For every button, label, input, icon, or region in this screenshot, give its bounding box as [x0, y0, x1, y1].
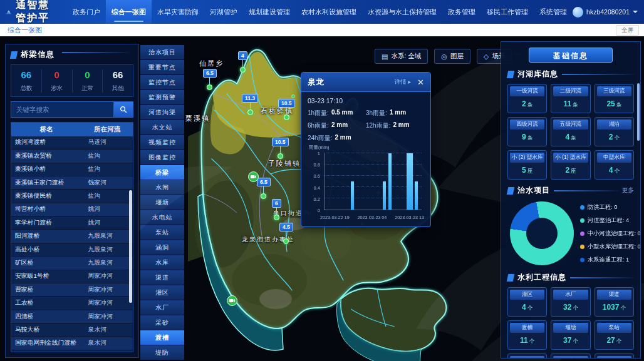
layer-menu-item[interactable]: 重要节点: [140, 60, 184, 74]
layer-menu-item[interactable]: 河道沟渠: [140, 105, 184, 119]
rain-chart-ylabel: 雨量(mm): [309, 145, 330, 151]
layer-menu-item[interactable]: 采砂: [140, 315, 184, 330]
station-marker[interactable]: 10.5: [278, 99, 295, 120]
layer-menu-item[interactable]: 水库: [140, 255, 184, 270]
stat-card: 湖泊 2个: [595, 117, 634, 146]
search-input[interactable]: [11, 101, 113, 118]
stat-card-number: 9: [522, 133, 526, 141]
stat-card-value: 27个: [597, 333, 631, 347]
section-header-line: [570, 277, 634, 278]
station-marker[interactable]: 6.5: [257, 178, 271, 199]
town-label: 仙居乡: [199, 59, 224, 68]
panel-scrollbar[interactable]: [637, 83, 640, 141]
table-row[interactable]: 栗溪镇小桥 盐沟: [11, 163, 133, 176]
search-button[interactable]: [113, 101, 133, 118]
layer-menu-item-label: 治水项目: [148, 48, 176, 57]
map-stage: 仙居乡 栗溪镇 石桥驿镇 子陵铺镇 泉口街道办 龙泉街道办事处 4 6.5 11…: [0, 36, 644, 361]
stat-card-unit: 条: [616, 101, 622, 108]
table-row[interactable]: 象河水库桥 泉水河: [11, 350, 133, 352]
nav-item[interactable]: 移民工作管理: [481, 0, 534, 24]
nav-item[interactable]: 河湖管护: [204, 0, 243, 24]
layer-menu-item[interactable]: 堰塘: [140, 195, 184, 210]
station-marker[interactable]: 4: [238, 51, 247, 73]
nav-item[interactable]: 规划建设管理: [243, 0, 296, 24]
table-row[interactable]: 栗溪镇便民桥 盐沟: [11, 190, 133, 203]
table-row[interactable]: 栗溪镇农贸桥 盐沟: [11, 150, 133, 163]
station-marker[interactable]: 6.5: [203, 69, 217, 90]
stat-label: 其他: [112, 84, 124, 91]
layer-menu-item[interactable]: 泵站: [140, 225, 184, 240]
stat-card-unit: 个: [614, 135, 620, 141]
table-row[interactable]: 姚河湾渡桥 马道河: [11, 136, 133, 150]
stat-card-unit: 个: [620, 305, 626, 311]
table-row[interactable]: 安家畈1号桥 周家冲河: [11, 270, 133, 283]
close-icon[interactable]: ✕: [417, 78, 424, 86]
layer-menu-item[interactable]: 水厂: [140, 300, 184, 315]
layers-label: 图层: [450, 52, 464, 61]
nav-item[interactable]: 政务门户: [67, 0, 106, 24]
station-marker[interactable]: 6: [272, 199, 281, 220]
layer-menu-item[interactable]: 治水项目: [140, 45, 184, 59]
layer-menu-item[interactable]: 渠道: [140, 270, 184, 285]
stat-card-value: 4个: [510, 300, 544, 314]
table-row[interactable]: 马鞍大桥 泉水河: [11, 323, 133, 337]
table-row[interactable]: 矿区桥 九股泉河: [11, 257, 133, 270]
layer-menu-item[interactable]: 渡槽: [140, 330, 184, 345]
basic-info-badge[interactable]: 基础信息: [529, 48, 613, 63]
bridge-name-cell: 工农桥: [11, 299, 82, 307]
layer-menu-item[interactable]: 水电站: [140, 210, 184, 225]
table-row[interactable]: 阳河渡桥 九股泉河: [11, 230, 133, 243]
station-marker[interactable]: 4.5: [279, 223, 293, 244]
layer-menu-item[interactable]: 视频监控: [140, 135, 184, 150]
table-scrollbar[interactable]: [129, 190, 132, 303]
stat-card-unit: 个: [529, 338, 535, 344]
table-row[interactable]: 栗溪镇王家门渡桥 钱家河: [11, 176, 133, 190]
camera-marker[interactable]: [227, 295, 237, 306]
nav-item[interactable]: 系统管理: [534, 0, 573, 24]
legend-dot-icon: [580, 218, 584, 223]
nav-item[interactable]: 综合一张图: [106, 0, 152, 24]
breadcrumb[interactable]: 综合一张图: [8, 26, 42, 35]
nav-item[interactable]: 农村水利设施管理: [296, 0, 362, 24]
more-link[interactable]: 更多: [622, 186, 634, 195]
user-menu[interactable]: hkzb42080201: [573, 7, 638, 18]
table-row[interactable]: 高处小桥 九股泉河: [11, 243, 133, 257]
breadcrumb-bar: 综合一张图 全屏: [0, 24, 644, 36]
water-system-scope-button[interactable]: ▤水系: 全域: [375, 49, 428, 64]
layer-menu-item[interactable]: 水文站: [140, 120, 184, 135]
layers-icon: ◎: [441, 53, 447, 61]
table-row[interactable]: 国家电网荆金线门渡桥 泉水河: [11, 337, 133, 350]
stat-card: 小 (2) 型水库 5座: [507, 150, 547, 180]
station-marker[interactable]: 10.5: [272, 138, 289, 159]
fullscreen-button[interactable]: 全屏: [616, 25, 639, 36]
layer-menu-item[interactable]: 灌区: [140, 285, 184, 300]
nav-item[interactable]: 水旱灾害防御: [152, 0, 204, 24]
town-label: 子陵铺镇: [268, 159, 301, 168]
station-marker[interactable]: 11.3: [242, 94, 258, 115]
layers-button[interactable]: ◎图层: [434, 49, 470, 64]
layer-menu-item[interactable]: 涵洞: [140, 240, 184, 255]
marker-value: 6: [272, 199, 281, 208]
layer-menu-item[interactable]: 水闸: [140, 180, 184, 195]
table-row[interactable]: 曹家桥 周家冲河: [11, 283, 133, 297]
layer-menu-item[interactable]: 堤防: [140, 345, 184, 360]
layer-menu-item-label: 桥梁: [155, 168, 169, 177]
layer-menu-item[interactable]: 监测预警: [140, 90, 184, 104]
table-row[interactable]: 李学村门渡桥 姚河: [11, 216, 133, 230]
bridge-name-cell: 四清桥: [11, 313, 82, 321]
bridge-stat: 0 正常: [73, 69, 103, 93]
legend-item: 小型水库治理工程: 0: [580, 243, 641, 251]
camera-marker[interactable]: [248, 171, 259, 182]
stat-card-number: 37: [563, 336, 571, 345]
popup-detail-link[interactable]: 详情 ▸: [395, 78, 411, 86]
nav-item[interactable]: 水资源与水土保持管理: [362, 0, 442, 24]
table-row[interactable]: 四清桥 周家冲河: [11, 310, 133, 323]
table-row[interactable]: 司营村小桥 姚河: [11, 203, 133, 216]
table-row[interactable]: 工农桥 周家冲河: [11, 297, 133, 310]
stat-card-number: 4: [609, 166, 613, 175]
layer-menu-item[interactable]: 桥梁: [140, 165, 184, 180]
nav-item[interactable]: 政务管理: [442, 0, 481, 24]
layer-menu-item[interactable]: 图像监控: [140, 150, 184, 165]
layer-menu-item[interactable]: 监控节点: [140, 75, 184, 89]
stat-card: 泵站 27个: [595, 320, 634, 350]
